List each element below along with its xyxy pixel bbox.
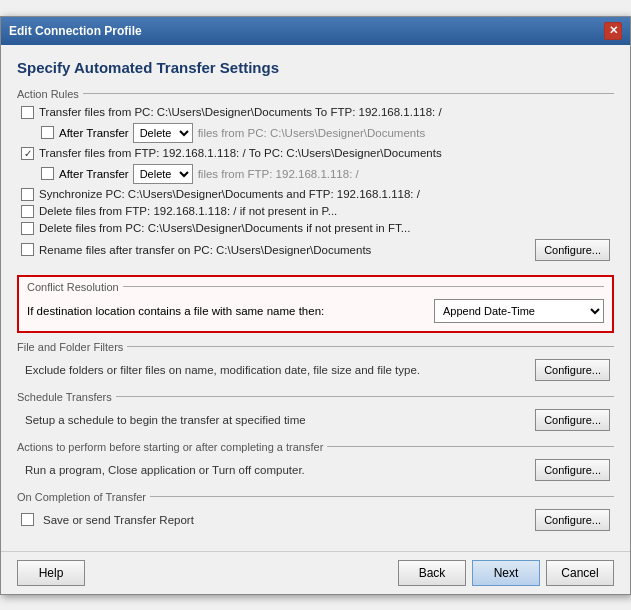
- on-completion-configure-button[interactable]: Configure...: [535, 509, 610, 531]
- conflict-resolution-divider: [123, 286, 604, 287]
- back-button[interactable]: Back: [398, 560, 466, 586]
- on-completion-section: On Completion of Transfer Save or send T…: [17, 491, 614, 533]
- actions-before-after-section: Actions to perform before starting or af…: [17, 441, 614, 483]
- rule1-text: Transfer files from PC: C:\Users\Designe…: [39, 106, 442, 118]
- rule4-checkbox[interactable]: [21, 205, 34, 218]
- rule2-sub-row: After Transfer Delete files from FTP: 19…: [21, 162, 610, 186]
- rule5-text: Delete files from PC: C:\Users\Designer\…: [39, 222, 410, 234]
- on-completion-row: Save or send Transfer Report Configure..…: [17, 507, 614, 533]
- rule1-row: Transfer files from PC: C:\Users\Designe…: [21, 104, 610, 121]
- rename-text: Rename files after transfer on PC: C:\Us…: [39, 244, 371, 256]
- conflict-dropdown[interactable]: Append Date-Time Overwrite Skip Rename: [434, 299, 604, 323]
- cancel-button[interactable]: Cancel: [546, 560, 614, 586]
- rule4-row: Delete files from FTP: 192.168.1.118: / …: [21, 203, 610, 220]
- action-rules-label: Action Rules: [17, 88, 83, 100]
- actions-before-after-divider: [327, 446, 614, 447]
- close-button[interactable]: ✕: [604, 22, 622, 40]
- on-completion-label: On Completion of Transfer: [17, 491, 150, 503]
- actions-before-after-desc: Run a program, Close application or Turn…: [21, 462, 535, 478]
- file-folder-row: Exclude folders or filter files on name,…: [17, 357, 614, 383]
- help-button[interactable]: Help: [17, 560, 85, 586]
- schedule-divider: [116, 396, 614, 397]
- conflict-resolution-section: Conflict Resolution If destination locat…: [17, 275, 614, 333]
- dialog-footer: Help Back Next Cancel: [1, 551, 630, 594]
- rule1-suffix: files from PC: C:\Users\Designer\Documen…: [198, 127, 426, 139]
- action-rules-box: Transfer files from PC: C:\Users\Designe…: [17, 104, 614, 267]
- on-completion-header: On Completion of Transfer: [17, 491, 614, 503]
- rule3-row: Synchronize PC: C:\Users\Designer\Docume…: [21, 186, 610, 203]
- rule1-sub-row: After Transfer Delete files from PC: C:\…: [21, 121, 610, 145]
- rule3-checkbox[interactable]: [21, 188, 34, 201]
- actions-before-after-header: Actions to perform before starting or af…: [17, 441, 614, 453]
- file-folder-header: File and Folder Filters: [17, 341, 614, 353]
- schedule-desc: Setup a schedule to begin the transfer a…: [21, 412, 535, 428]
- window-title: Edit Connection Profile: [9, 24, 142, 38]
- rule2-text: Transfer files from FTP: 192.168.1.118: …: [39, 147, 442, 159]
- rule2-checkbox[interactable]: [21, 147, 34, 160]
- schedule-header: Schedule Transfers: [17, 391, 614, 403]
- next-button[interactable]: Next: [472, 560, 540, 586]
- on-completion-divider: [150, 496, 614, 497]
- rule2-suffix: files from FTP: 192.168.1.118: /: [198, 168, 359, 180]
- rename-rule-item: Rename files after transfer on PC: C:\Us…: [21, 241, 535, 258]
- conflict-resolution-label: Conflict Resolution: [27, 281, 123, 293]
- action-rules-header: Action Rules: [17, 88, 614, 100]
- rule4-text: Delete files from FTP: 192.168.1.118: / …: [39, 205, 337, 217]
- rule1-checkbox[interactable]: [21, 106, 34, 119]
- page-title: Specify Automated Transfer Settings: [17, 59, 614, 76]
- file-folder-section: File and Folder Filters Exclude folders …: [17, 341, 614, 383]
- rename-rule-row: Rename files after transfer on PC: C:\Us…: [21, 237, 610, 263]
- file-folder-desc: Exclude folders or filter files on name,…: [21, 362, 535, 378]
- action-rules-section: Action Rules Transfer files from PC: C:\…: [17, 88, 614, 267]
- footer-right-buttons: Back Next Cancel: [398, 560, 614, 586]
- edit-connection-profile-window: Edit Connection Profile ✕ Specify Automa…: [0, 16, 631, 595]
- rule1-after-label: After Transfer: [59, 127, 129, 139]
- rule1-sub-checkbox[interactable]: [41, 126, 54, 139]
- rule5-checkbox[interactable]: [21, 222, 34, 235]
- action-rules-configure-button[interactable]: Configure...: [535, 239, 610, 261]
- completion-checkbox[interactable]: [21, 513, 34, 526]
- conflict-resolution-row: If destination location contains a file …: [27, 299, 604, 323]
- actions-before-after-row: Run a program, Close application or Turn…: [17, 457, 614, 483]
- action-rules-divider: [83, 93, 614, 94]
- rule2-after-select[interactable]: Delete: [133, 164, 193, 184]
- rename-checkbox[interactable]: [21, 243, 34, 256]
- file-folder-divider: [127, 346, 614, 347]
- rule2-row: Transfer files from FTP: 192.168.1.118: …: [21, 145, 610, 162]
- schedule-row: Setup a schedule to begin the transfer a…: [17, 407, 614, 433]
- actions-before-after-configure-button[interactable]: Configure...: [535, 459, 610, 481]
- conflict-description: If destination location contains a file …: [27, 305, 324, 317]
- schedule-label: Schedule Transfers: [17, 391, 116, 403]
- file-folder-label: File and Folder Filters: [17, 341, 127, 353]
- completion-checkbox-label: Save or send Transfer Report: [39, 512, 535, 528]
- rule2-sub-checkbox[interactable]: [41, 167, 54, 180]
- conflict-resolution-header: Conflict Resolution: [27, 281, 604, 293]
- rule5-row: Delete files from PC: C:\Users\Designer\…: [21, 220, 610, 237]
- rule3-text: Synchronize PC: C:\Users\Designer\Docume…: [39, 188, 420, 200]
- title-bar: Edit Connection Profile ✕: [1, 17, 630, 45]
- dialog-content: Specify Automated Transfer Settings Acti…: [1, 45, 630, 551]
- schedule-section: Schedule Transfers Setup a schedule to b…: [17, 391, 614, 433]
- rule2-after-label: After Transfer: [59, 168, 129, 180]
- completion-rule-item: Save or send Transfer Report: [21, 510, 535, 530]
- schedule-configure-button[interactable]: Configure...: [535, 409, 610, 431]
- rule1-after-select[interactable]: Delete: [133, 123, 193, 143]
- file-folder-configure-button[interactable]: Configure...: [535, 359, 610, 381]
- actions-before-after-label: Actions to perform before starting or af…: [17, 441, 327, 453]
